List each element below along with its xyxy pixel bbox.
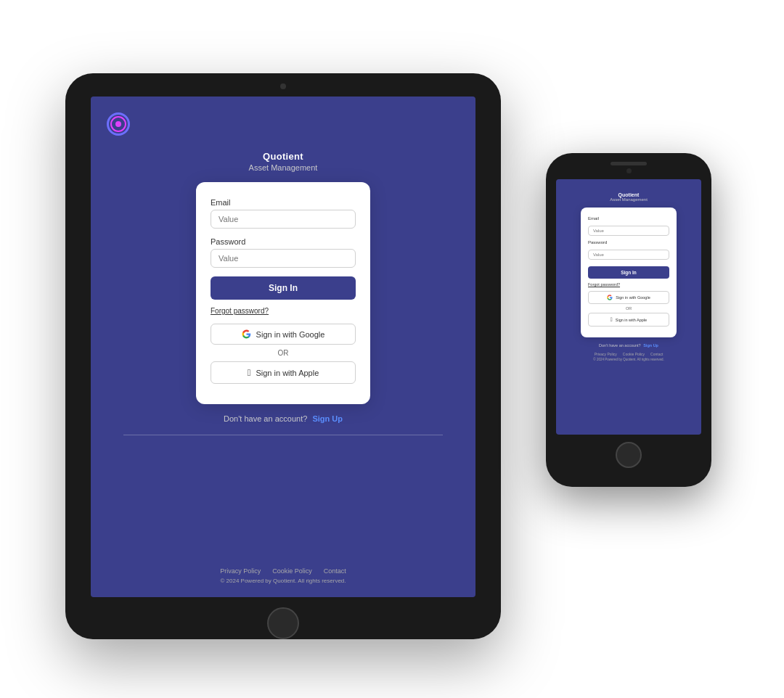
phone-app-subtitle: Asset Management [610,197,648,202]
app-logo [107,112,130,136]
tablet-home-button[interactable] [267,607,299,639]
privacy-link[interactable]: Privacy Policy [220,567,261,575]
app-name: Quotient [249,151,318,162]
signup-text-static: Don't have an account? [224,414,307,423]
phone-google-icon [607,295,613,300]
phone-cookie-link[interactable]: Cookie Policy [623,352,645,356]
phone-privacy-link[interactable]: Privacy Policy [595,352,617,356]
phone-copyright: © 2024 Powered by Quotient. All rights r… [593,358,663,361]
phone-google-signin-button[interactable]: Sign in with Google [588,291,669,304]
phone-footer: Privacy Policy Cookie Policy Contact © 2… [593,352,663,361]
phone-login-card: Email Password Sign In Forgot password? … [581,208,677,337]
phone-apple-signin-label: Sign in with Apple [616,318,647,322]
phone-signup-link[interactable]: Sign Up [643,343,658,348]
phone-footer-links: Privacy Policy Cookie Policy Contact [593,352,663,356]
phone-speaker [611,162,647,165]
apple-signin-label: Sign in with Apple [256,369,319,377]
google-icon [242,329,251,339]
tablet-screen: Quotient Asset Management Email Password… [91,97,475,597]
email-label: Email [211,198,356,207]
scene: Quotient Asset Management Email Password… [65,52,719,646]
phone-apple-icon:  [611,316,613,323]
or-divider: OR [211,349,356,357]
password-label: Password [211,237,356,246]
phone-screen: Quotient Asset Management Email Password… [556,179,701,435]
phone-email-input[interactable] [588,226,669,236]
phone-password-input[interactable] [588,250,669,260]
phone-camera [626,168,632,173]
tablet-device: Quotient Asset Management Email Password… [65,73,501,639]
footer-links: Privacy Policy Cookie Policy Contact [220,567,346,575]
login-card: Email Password Sign In Forgot password? … [196,182,370,404]
copyright: © 2024 Powered by Quotient. All rights r… [220,578,346,584]
phone-apple-signin-button[interactable]:  Sign in with Apple [588,313,669,327]
app-subtitle: Asset Management [249,163,318,172]
phone-or-divider: OR [588,306,669,311]
tablet-camera [280,83,286,89]
phone-google-signin-label: Sign in with Google [616,295,650,300]
signup-prompt: Don't have an account? Sign Up [224,414,343,423]
phone-signup-prompt: Don't have an account? Sign Up [599,343,658,348]
google-signin-button[interactable]: Sign in with Google [211,324,356,345]
google-signin-label: Sign in with Google [256,330,325,339]
phone-contact-link[interactable]: Contact [650,352,663,356]
email-input[interactable] [211,210,356,229]
contact-link[interactable]: Contact [324,567,346,575]
apple-signin-button[interactable]:  Sign in with Apple [211,361,356,384]
forgot-password-link[interactable]: Forgot password? [211,307,356,315]
phone-signup-text-static: Don't have an account? [599,343,641,348]
phone-signin-button[interactable]: Sign In [588,266,669,279]
signup-link[interactable]: Sign Up [312,414,343,423]
phone-forgot-password-link[interactable]: Forgot password? [588,282,669,287]
phone-home-button[interactable] [616,442,642,468]
apple-icon:  [248,367,251,378]
phone-app-name: Quotient [610,192,648,197]
phone-email-label: Email [588,216,669,221]
tablet-footer: Privacy Policy Cookie Policy Contact © 2… [220,567,346,597]
phone-password-label: Password [588,240,669,245]
phone-app-title: Quotient Asset Management [610,192,648,202]
signin-button[interactable]: Sign In [211,276,356,300]
tablet-divider [123,435,443,435]
cookie-link[interactable]: Cookie Policy [272,567,312,575]
phone-device: Quotient Asset Management Email Password… [546,153,711,487]
app-title: Quotient Asset Management [249,151,318,172]
password-input[interactable] [211,249,356,268]
